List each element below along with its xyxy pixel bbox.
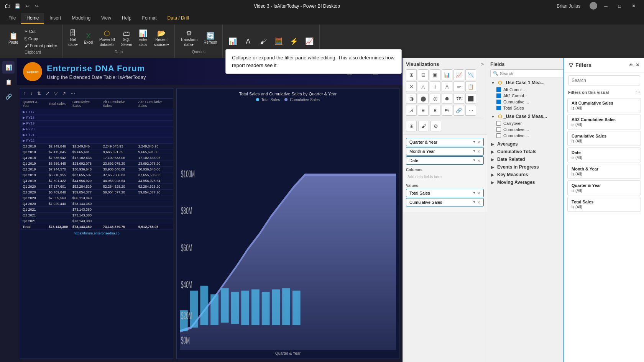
viz-icon-kpi[interactable]: ⏺	[442, 93, 452, 104]
viz-icon-map[interactable]: 🗺	[453, 93, 464, 104]
filters-more-btn[interactable]: ⋯	[636, 90, 640, 95]
date-caret[interactable]: ▼	[473, 159, 476, 163]
date-close[interactable]: ✕	[477, 159, 480, 163]
export-btn[interactable]: ↗	[61, 90, 67, 97]
cum-sales-close[interactable]: ✕	[477, 200, 480, 205]
chart-btn-1[interactable]: 📊	[226, 36, 240, 46]
enter-data-button[interactable]: 📊 Enter data	[136, 28, 150, 48]
lightning-btn[interactable]: ⚡	[287, 36, 301, 46]
filter-date[interactable]: Date is (All)	[567, 147, 641, 162]
sort-desc-btn[interactable]: ↓	[29, 90, 34, 97]
transform-button[interactable]: ⚙ Transform data▾	[178, 28, 200, 48]
viz-icon-area[interactable]: ⌇	[430, 81, 440, 92]
tab-data-drill[interactable]: Data / Drill	[162, 13, 194, 24]
nav-model[interactable]: 🔗	[2, 90, 15, 103]
text-btn[interactable]: A	[241, 36, 255, 46]
checkbox-cum-2[interactable]	[496, 133, 501, 138]
powerbi-datasets-button[interactable]: ⬡ Power BI datasets	[97, 28, 117, 48]
viz-icon-gauge[interactable]: ◎	[430, 93, 440, 104]
viz-format-data-btn[interactable]: ⊞	[406, 121, 417, 131]
filters-eye-btn[interactable]: 👁	[629, 62, 633, 68]
viz-expand-btn[interactable]: >	[481, 62, 484, 67]
viz-icon-py[interactable]: Py	[442, 105, 452, 116]
expand-btn[interactable]: ⤢	[44, 90, 51, 97]
refresh-button[interactable]: 🔄 Refresh	[201, 31, 219, 46]
tab-insert[interactable]: Insert	[44, 13, 66, 24]
nav-data[interactable]: 📋	[2, 76, 15, 88]
viz-icon-more[interactable]: ⋯	[465, 105, 476, 116]
total-sales-caret[interactable]: ▼	[473, 191, 476, 195]
checkbox-alt2-cumul[interactable]	[496, 93, 501, 98]
quarter-year-caret[interactable]: ▼	[473, 140, 476, 144]
well-month-year[interactable]: Month & Year ▼ ✕	[406, 147, 484, 156]
viz-icon-matrix[interactable]: ⊟	[418, 69, 429, 80]
filter-alt-cum-sales[interactable]: Alt Cumulative Sales is (All)	[567, 98, 641, 113]
filter-total-sales[interactable]: Total Sales is (All)	[567, 197, 641, 212]
tab-modeling[interactable]: Modeling	[66, 13, 96, 24]
filter-alt2-cum-sales[interactable]: Alt2 Cumulative Sales is (All)	[567, 115, 641, 129]
viz-icon-line[interactable]: 📈	[453, 69, 464, 80]
cum-sales-caret[interactable]: ▼	[473, 200, 476, 205]
maximize-btn[interactable]: □	[614, 2, 625, 10]
viz-icon-scatter[interactable]: ✕	[406, 81, 417, 92]
viz-icon-combo[interactable]: 📉	[465, 69, 476, 80]
minimize-btn[interactable]: ─	[600, 2, 611, 10]
well-date[interactable]: Date ▼ ✕	[406, 156, 484, 165]
filter-month-year[interactable]: Month & Year is (All)	[567, 164, 641, 179]
filter-btn[interactable]: ▽	[53, 90, 59, 97]
well-total-sales[interactable]: Total Sales ▼ ✕	[406, 189, 484, 197]
checkbox-total-sales[interactable]	[496, 106, 501, 110]
excel-button[interactable]: X Excel	[82, 31, 95, 46]
cut-button[interactable]: ✂ Cut	[22, 28, 60, 35]
viz-icon-donut[interactable]: ⬤	[418, 93, 429, 104]
viz-icon-r[interactable]: R	[430, 105, 440, 116]
nav-report[interactable]: 📊	[2, 61, 15, 74]
quarter-year-close[interactable]: ✕	[477, 140, 480, 144]
viz-icon-table2[interactable]: ≡	[418, 105, 429, 116]
close-btn[interactable]: ✕	[628, 2, 639, 10]
tab-home[interactable]: Home	[21, 13, 44, 24]
viz-icon-pencil[interactable]: ✏	[453, 81, 464, 92]
viz-icon-text[interactable]: A	[442, 81, 452, 92]
copy-button[interactable]: ⎘ Copy	[22, 36, 60, 42]
month-year-close[interactable]: ✕	[477, 149, 480, 154]
viz-icon-bar[interactable]: 📊	[442, 69, 452, 80]
viz-icon-clipboard[interactable]: 📋	[465, 81, 476, 92]
chart-btn-2[interactable]: 📈	[302, 36, 316, 46]
well-cumulative-sales[interactable]: Cumulative Sales ▼ ✕	[406, 198, 484, 206]
checkbox-carryover[interactable]	[496, 121, 501, 126]
recent-sources-button[interactable]: 📂 Recent sources▾	[151, 28, 171, 48]
viz-icon-funnel[interactable]: ⊿	[406, 105, 417, 116]
tab-help[interactable]: Help	[117, 13, 137, 24]
viz-icon-card[interactable]: ▣	[430, 69, 440, 80]
checkbox-cum-1[interactable]	[496, 127, 501, 132]
quick-undo[interactable]: ↩	[24, 3, 31, 9]
sort-asc-btn[interactable]: ↑	[22, 90, 27, 97]
well-quarter-year[interactable]: Quarter & Year ▼ ✕	[406, 138, 484, 146]
filters-close-btn[interactable]: ✕	[636, 62, 639, 68]
checkbox-cumulative[interactable]	[496, 100, 501, 104]
window-controls[interactable]: Brian Julius ─ □ ✕	[554, 2, 639, 10]
month-year-caret[interactable]: ▼	[473, 149, 476, 154]
quick-redo[interactable]: ↪	[33, 3, 40, 9]
sort-multi-btn[interactable]: ⇅	[36, 90, 43, 97]
get-data-button[interactable]: 🗄 Get data▾	[66, 28, 80, 48]
sql-server-button[interactable]: 🗃 SQL Server	[119, 28, 135, 48]
tab-view[interactable]: View	[96, 13, 117, 24]
calc-btn[interactable]: 🧮	[272, 36, 286, 46]
paste-button[interactable]: 📋 Paste	[6, 31, 21, 46]
checkbox-alt-cumul[interactable]	[496, 87, 501, 92]
viz-icon-treemap[interactable]: ⬛	[465, 93, 476, 104]
total-sales-close[interactable]: ✕	[477, 191, 480, 195]
viz-icon-link[interactable]: 🔗	[453, 105, 464, 116]
filter-quarter-year[interactable]: Quarter & Year is (All)	[567, 180, 641, 195]
tab-file[interactable]: File	[3, 13, 21, 24]
viz-icon-pie[interactable]: ◑	[406, 93, 417, 104]
filters-search-input[interactable]	[568, 75, 640, 85]
tab-format[interactable]: Format	[137, 13, 162, 24]
filter-cumulative-sales[interactable]: Cumulative Sales is (All)	[567, 131, 641, 146]
viz-format-analytics-btn[interactable]: ⚙	[430, 121, 441, 131]
viz-icon-table[interactable]: ⊞	[406, 69, 417, 80]
more-btn[interactable]: ⋯	[69, 90, 77, 97]
brush-btn[interactable]: 🖌	[256, 36, 270, 46]
